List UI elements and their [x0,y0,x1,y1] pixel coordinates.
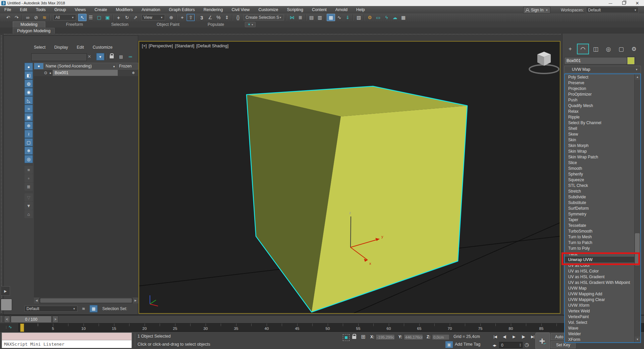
perspective-viewport[interactable]: z y x [+][Perspective][Standard][Default… [139,41,560,314]
modifier-option[interactable]: Shell [565,126,634,131]
menu-modifiers[interactable]: Modifiers [111,6,137,13]
select-and-link-icon[interactable]: ∞ [23,14,32,21]
asset-library-icon[interactable]: ▦ [399,14,408,21]
modifier-option[interactable]: Smooth [565,165,634,171]
viewport-menu-general[interactable]: [+] [142,44,147,48]
keyboard-shortcut-override-icon[interactable]: ⇧ [186,14,195,21]
menu-rendering[interactable]: Rendering [199,6,227,13]
selection-set-grid-icon[interactable]: ▦ [90,305,98,312]
panel-grip[interactable] [1,36,2,313]
toggle-scene-explorer-icon[interactable]: ▦ [327,14,335,21]
restore-button[interactable] [617,0,631,6]
modifier-option[interactable]: Turn to Patch [565,240,634,245]
render-in-cloud-icon[interactable]: ☁ [391,14,399,21]
display-helpers-icon[interactable]: ◺ [24,96,33,104]
display-containers-icon[interactable]: ▢ [24,138,33,146]
object-name-label[interactable]: Box001 [53,70,118,76]
modifier-option[interactable]: Welder [565,331,634,337]
modifier-option[interactable]: UV as HSL Gradient With Midpoint [565,280,634,285]
lock-explorer-icon[interactable] [108,53,116,60]
modifier-option[interactable]: Poly Select [565,74,634,80]
play-button[interactable]: ▶ [510,333,518,340]
render-setup-icon[interactable]: ⚙ [366,14,374,21]
modifier-option[interactable]: VertexPaint [565,314,634,319]
named-selection-sets-field[interactable]: Create Selection Se ▼ [244,14,284,20]
selection-region-icon[interactable] [343,334,350,341]
menu-scripting[interactable]: Scripting [282,6,308,13]
window-crossing-icon[interactable]: ▣ [103,14,112,21]
menu-animation[interactable]: Animation [137,6,165,13]
rectangular-selection-region-icon[interactable]: ▢ [95,14,103,21]
tab-display[interactable]: ▢ [615,44,627,54]
modifier-option[interactable]: UV as HSL Color [565,268,634,274]
scene-states-icon[interactable]: ▥ [316,14,324,21]
mini-swatch[interactable] [1,299,12,311]
scrollbar-thumb[interactable] [40,298,132,303]
tab-hierarchy[interactable]: ◫ [590,44,602,54]
modifier-option[interactable]: Wave [565,325,634,331]
undo-icon[interactable]: ↶ [4,14,12,21]
display-space-warps-icon[interactable]: ≈ [24,105,33,113]
modifier-option[interactable]: Select By Channel [565,120,634,126]
object-color-swatch[interactable] [627,57,635,65]
y-coord-field[interactable]: 446,176cm [404,334,423,340]
workspace-select[interactable]: Default ▼ [586,7,639,13]
modifier-option[interactable]: Preserve [565,80,634,86]
modifier-option[interactable]: Skin [565,137,634,143]
selection-lock-toggle[interactable] [352,335,356,340]
menu-views[interactable]: Views [70,6,90,13]
filter-icon[interactable]: ▼ [24,202,33,210]
menu-civil-view[interactable]: Civil View [227,6,254,13]
display-shapes-icon[interactable]: ◧ [24,71,33,79]
modifier-option[interactable]: Vertex Weld [565,308,634,314]
sort-ascending-icon[interactable]: ▲ [113,65,115,68]
maxscript-mini-listener[interactable]: MAXScript Mini Listener [2,333,132,348]
modifier-option[interactable]: TurboSmooth [565,228,634,234]
select-and-move-icon[interactable]: + [114,14,123,21]
modifier-option[interactable]: UVW Mapping Clear [565,297,634,302]
ribbon-tab-populate[interactable]: Populate [200,22,231,28]
display-lights-icon[interactable]: ◍ [24,80,33,88]
unlink-selection-icon[interactable]: ⊘ [32,14,40,21]
filter-settings-icon[interactable]: ▽ [24,193,33,201]
select-and-scale-icon[interactable]: ⇗ [131,14,140,21]
tab-utilities[interactable]: ⚙ [628,44,640,54]
sign-in-button[interactable]: Sign In ▼ [523,7,550,13]
modifier-option[interactable]: Slice [565,160,634,165]
expand-hierarchy-icon[interactable]: ▤ [117,53,125,60]
modifier-option[interactable]: UVW Xform [565,302,634,308]
previous-frame-button[interactable]: < [4,316,10,323]
absolute-mode-transform-icon[interactable]: ⊞ [361,334,365,340]
column-name-header[interactable]: Name (Sorted Ascending) [46,64,92,68]
menu-content[interactable]: Content [308,6,331,13]
curve-editor-icon[interactable]: ∿ [335,14,343,21]
time-configuration-icon[interactable]: ◷ [525,342,529,348]
modifier-option[interactable]: Projection [565,86,634,91]
add-time-tag-label[interactable]: Add Time Tag [455,342,480,347]
current-frame-marker[interactable] [20,323,24,332]
explorer-horizontal-scrollbar[interactable]: ◀ ▶ [34,298,138,303]
modifier-option[interactable]: STL Check [565,183,634,188]
menu-tools[interactable]: Tools [32,6,50,13]
modifier-option[interactable]: Symmetry [565,211,634,217]
modifier-option[interactable]: Quadify Mesh [565,103,634,108]
explorer-menu-display[interactable]: Display [54,45,68,50]
modifier-option[interactable]: UVW Mapping Add [565,291,634,297]
dropdown-scrollbar[interactable]: ▲ ▼ [634,74,640,342]
modifier-option[interactable]: Spherify [565,171,634,177]
modifier-option[interactable]: Skin Wrap [565,148,634,154]
clear-search-icon[interactable]: ✕ [88,54,91,59]
selection-filter-select[interactable]: All▼ [53,14,76,20]
bind-to-space-warp-icon[interactable]: ≋ [40,14,49,21]
previous-frame-button[interactable]: ◀| [500,333,508,340]
select-by-name-icon[interactable]: ☰ [87,14,95,21]
expand-panel-button[interactable]: ▶ [1,286,10,296]
modifier-option[interactable]: SurfDeform [565,205,634,211]
modifier-option[interactable]: Taper [565,217,634,222]
modifier-option[interactable]: Turn to Poly [565,245,634,251]
filter-funnel-icon[interactable]: ▼ [96,53,104,60]
use-pivot-point-center-icon[interactable]: ⊕ [167,14,175,21]
modifier-option[interactable]: ProOptimizer [565,91,634,97]
menu-file[interactable]: File [0,6,15,13]
menu-customize[interactable]: Customize [254,6,282,13]
